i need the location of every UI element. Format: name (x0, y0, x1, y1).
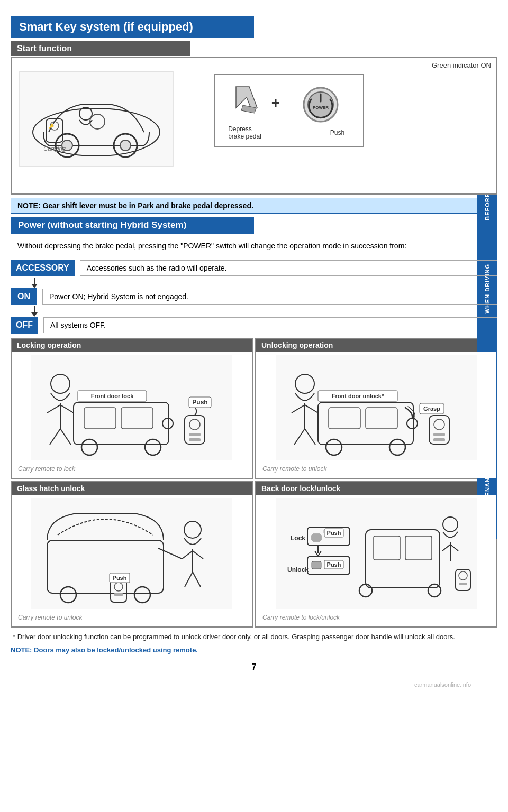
unlocking-content: Grasp Front door unlock* Carry remote to… (256, 352, 496, 478)
svg-text:Push: Push (327, 530, 341, 536)
glass-hatch-section: Glass hatch unlock (11, 481, 253, 628)
brake-push-box: + POWER Depressbrake pedal Push (214, 74, 364, 147)
off-badge: OFF (11, 317, 38, 334)
on-desc: Power ON; Hybrid System is not engaged. (42, 289, 497, 304)
on-badge: ON (11, 288, 37, 305)
start-right-panel: + POWER Depressbrake pedal Push (210, 74, 368, 147)
locking-content: Push Front door lock Carry remote to loc… (12, 352, 252, 478)
locking-section: Locking operation (11, 338, 253, 479)
glass-backdoor-row: Glass hatch unlock (11, 481, 497, 628)
off-mode-row: OFF All systems OFF. (11, 317, 497, 334)
power-section: Power (without starting Hybrid System) W… (11, 217, 497, 334)
start-function-header: Start function (11, 41, 190, 56)
svg-text:Push: Push (192, 399, 207, 406)
watermark: carmanualsonline.info (414, 681, 471, 688)
push-label: Push (330, 129, 344, 136)
unlocking-carry-label: Carry remote to unlock (259, 464, 493, 475)
on-mode-row: ON Power ON; Hybrid System is not engage… (11, 288, 497, 305)
svg-text:+: + (271, 95, 280, 111)
lock-unlock-row: Locking operation (11, 338, 497, 479)
start-function-section: Start function Green indicator ON (11, 41, 497, 195)
arrow-down-2 (30, 306, 39, 317)
back-door-carry-label: Carry remote to lock/unlock (259, 613, 493, 623)
unlocking-section: Unlocking operation (255, 338, 497, 479)
svg-text:🔑: 🔑 (49, 124, 54, 129)
unlocking-header: Unlocking operation (256, 339, 496, 352)
power-section-header: Power (without starting Hybrid System) (11, 217, 254, 234)
accessory-mode-row: ACCESSORY Accessories such as the radio … (11, 260, 497, 276)
footnote-note: NOTE: Doors may also be locked/unlocked … (11, 646, 497, 654)
unlocking-illustration: Grasp Front door unlock* (259, 355, 493, 460)
back-door-illustration: Lock Unlock PUSH Push Push (259, 498, 493, 609)
page-number: 7 (11, 662, 497, 672)
accessory-desc: Accessories such as the radio will opera… (80, 260, 497, 276)
svg-text:Grasp: Grasp (423, 405, 440, 412)
car-illustration: 🔑 Carrying (17, 69, 176, 169)
depress-label: Depressbrake pedal (228, 125, 261, 140)
svg-text:POWER: POWER (313, 105, 329, 110)
glass-hatch-header: Glass hatch unlock (12, 482, 252, 495)
svg-point-5 (120, 140, 131, 151)
svg-rect-53 (114, 593, 123, 596)
svg-rect-63 (312, 534, 321, 541)
svg-text:Front door lock: Front door lock (91, 393, 134, 399)
svg-rect-27 (189, 438, 201, 441)
glass-hatch-carry-label: Carry remote to unlock (15, 613, 249, 623)
svg-text:Front door unlock*: Front door unlock* (332, 393, 384, 399)
locking-carry-label: Carry remote to lock (15, 464, 249, 475)
svg-rect-42 (433, 433, 445, 436)
svg-text:Lock: Lock (291, 534, 305, 542)
footnote-asterisk: * Driver door unlocking function can be … (11, 632, 497, 643)
start-function-note: NOTE: Gear shift lever must be in Park a… (11, 198, 497, 214)
svg-rect-65 (312, 561, 321, 569)
svg-text:Unlock: Unlock (287, 566, 309, 574)
svg-text:Push: Push (327, 561, 341, 568)
off-desc: All systems OFF. (43, 317, 497, 333)
back-door-content: Lock Unlock PUSH Push Push (256, 495, 496, 626)
page-title: Smart Key system (if equipped) (11, 16, 254, 38)
back-door-header: Back door lock/unlock (256, 482, 496, 495)
svg-rect-58 (276, 498, 477, 609)
locking-header: Locking operation (12, 339, 252, 352)
glass-hatch-content: Push Carry remote to unlock (12, 495, 252, 626)
start-function-box: Green indicator ON (11, 57, 497, 195)
power-description: Without depressing the brake pedal, pres… (11, 236, 497, 256)
arrow-down-1 (30, 278, 39, 288)
glass-hatch-illustration: Push (15, 498, 249, 609)
back-door-section: Back door lock/unlock Lock Unlock PUSH (255, 481, 497, 628)
accessory-badge: ACCESSORY (11, 260, 75, 276)
svg-text:Carrying: Carrying (43, 145, 66, 152)
brake-push-illustration: + POWER (225, 81, 352, 129)
svg-rect-26 (189, 433, 201, 436)
svg-rect-78 (459, 583, 467, 585)
green-indicator-label: Green indicator ON (432, 61, 491, 69)
svg-rect-43 (433, 438, 445, 441)
locking-illustration: Push Front door lock (15, 355, 249, 460)
svg-text:Push: Push (113, 575, 127, 581)
